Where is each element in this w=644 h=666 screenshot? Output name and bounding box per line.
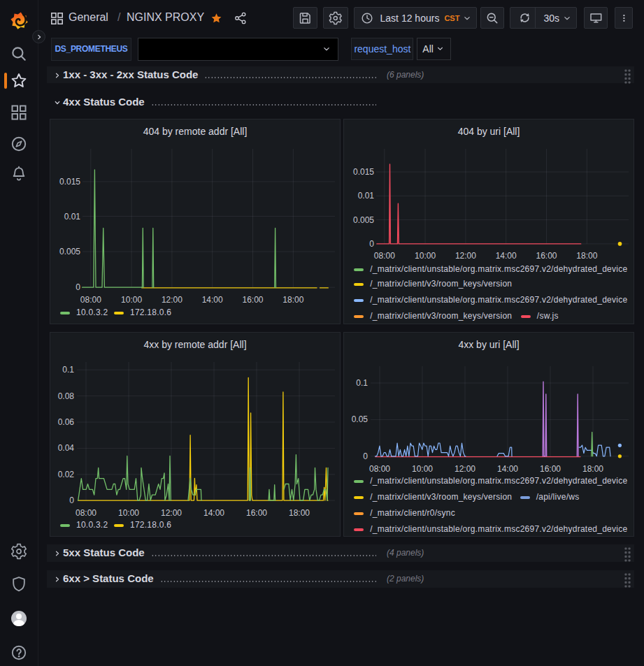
svg-text:0.04: 0.04 [58,443,75,453]
svg-text:14:00: 14:00 [202,295,223,305]
svg-text:14:00: 14:00 [203,508,224,518]
svg-text:0.1: 0.1 [62,365,74,375]
svg-text:0: 0 [69,495,74,505]
svg-text:10:00: 10:00 [118,508,139,518]
svg-text:0: 0 [363,451,368,461]
svg-text:0: 0 [76,282,80,292]
svg-text:18:00: 18:00 [282,295,303,305]
svg-text:08:00: 08:00 [369,464,390,474]
svg-text:14:00: 14:00 [496,251,517,261]
svg-text:18:00: 18:00 [576,251,597,261]
svg-text:0.015: 0.015 [353,167,374,177]
svg-text:0.02: 0.02 [58,470,75,479]
svg-text:12:00: 12:00 [455,464,475,474]
svg-text:12:00: 12:00 [162,295,183,305]
svg-text:10:00: 10:00 [412,464,433,474]
svg-text:0.015: 0.015 [59,177,80,187]
svg-text:0.01: 0.01 [358,191,375,201]
svg-text:0: 0 [369,239,374,249]
svg-text:0.05: 0.05 [352,414,368,424]
svg-text:10:00: 10:00 [415,251,436,261]
svg-text:16:00: 16:00 [540,464,561,474]
svg-text:18:00: 18:00 [289,508,310,518]
svg-text:10:00: 10:00 [121,295,142,305]
svg-text:0.08: 0.08 [58,391,75,401]
svg-text:08:00: 08:00 [374,251,395,261]
svg-text:0.01: 0.01 [64,212,81,222]
svg-text:14:00: 14:00 [497,464,518,474]
svg-text:0.1: 0.1 [356,378,368,388]
svg-text:0.005: 0.005 [353,215,374,225]
svg-text:0.06: 0.06 [58,417,75,427]
svg-text:16:00: 16:00 [246,508,267,518]
svg-text:08:00: 08:00 [76,508,96,518]
svg-text:12:00: 12:00 [455,251,476,261]
svg-text:12:00: 12:00 [161,508,182,518]
svg-text:16:00: 16:00 [536,251,557,261]
svg-text:16:00: 16:00 [242,295,263,305]
svg-text:18:00: 18:00 [582,464,603,474]
svg-text:08:00: 08:00 [80,295,101,305]
svg-text:0.005: 0.005 [59,247,80,256]
